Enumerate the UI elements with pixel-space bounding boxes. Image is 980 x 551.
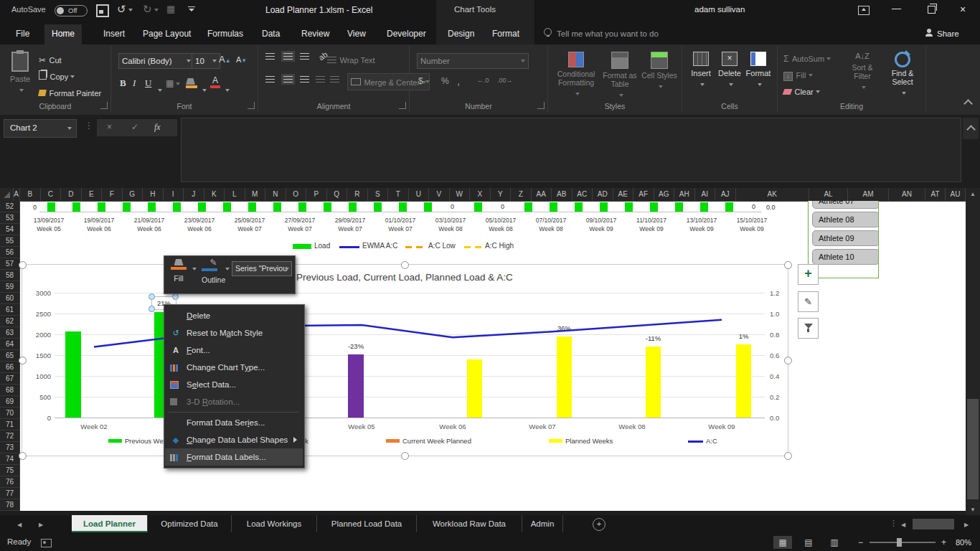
- row-header-68[interactable]: 68: [0, 385, 19, 396]
- format-as-table-button[interactable]: Format as Table: [600, 52, 640, 101]
- chart-selection-handle[interactable]: [401, 261, 409, 269]
- sheet-tab-workload-raw-data[interactable]: Workload Raw Data: [417, 515, 522, 532]
- label-selection-handle[interactable]: [172, 293, 179, 300]
- close-button[interactable]: ×: [960, 4, 966, 15]
- redo-icon[interactable]: ↻: [143, 3, 159, 16]
- column-header-S[interactable]: S: [368, 188, 389, 201]
- row-header-64[interactable]: 64: [0, 339, 19, 350]
- tab-formulas[interactable]: Formulas: [200, 24, 250, 44]
- align-center-icon[interactable]: [281, 74, 295, 85]
- column-header-AC[interactable]: AC: [573, 188, 593, 201]
- tab-insert[interactable]: Insert: [96, 24, 132, 44]
- column-header-AH[interactable]: AH: [674, 188, 695, 201]
- row-header-66[interactable]: 66: [0, 362, 19, 373]
- sheet-tab-load-planner[interactable]: Load Planner: [72, 515, 148, 532]
- label-selection-handle[interactable]: [149, 293, 155, 300]
- row-header-61[interactable]: 61: [0, 304, 19, 316]
- share-button[interactable]: Share: [937, 29, 959, 38]
- shrink-font-icon[interactable]: A▼: [236, 55, 247, 64]
- chart-selection-handle[interactable]: [19, 452, 27, 460]
- label-selection-handle[interactable]: [149, 306, 155, 312]
- underline-button[interactable]: U: [145, 77, 151, 89]
- row-header-53[interactable]: 53: [0, 212, 19, 224]
- tab-review[interactable]: Review: [294, 24, 336, 44]
- sheet-tab-admin[interactable]: Admin: [522, 515, 563, 532]
- row-header-62[interactable]: 62: [0, 316, 19, 327]
- column-header-J[interactable]: J: [184, 188, 204, 201]
- menu-item-font[interactable]: AFont...: [165, 342, 303, 359]
- restore-button[interactable]: [928, 6, 936, 14]
- vscroll-thumb[interactable]: [967, 399, 979, 499]
- row-header-54[interactable]: 54: [0, 224, 19, 235]
- column-header-Y[interactable]: Y: [491, 188, 512, 201]
- menu-item-change-data-label-shapes[interactable]: ◆Change Data Label Shapes: [165, 431, 303, 448]
- menu-item-reset-to-match-style[interactable]: ↺Reset to Match Style: [165, 324, 303, 342]
- column-header-W[interactable]: W: [450, 188, 471, 201]
- zoom-slider-thumb[interactable]: [897, 538, 902, 547]
- percent-style-icon[interactable]: %: [441, 76, 449, 86]
- column-header-C[interactable]: C: [41, 188, 62, 201]
- legend-label[interactable]: k: [305, 437, 308, 445]
- tab-design[interactable]: Design: [442, 24, 480, 44]
- column-header-AT[interactable]: AT: [925, 188, 946, 201]
- row-header-60[interactable]: 60: [0, 293, 19, 304]
- tab-data[interactable]: Data: [255, 24, 287, 44]
- ac-line-series[interactable]: [22, 265, 788, 456]
- column-header-AA[interactable]: AA: [532, 188, 552, 201]
- zoom-level[interactable]: 80%: [956, 538, 971, 547]
- data-label[interactable]: 1%: [739, 332, 749, 340]
- format-painter-button[interactable]: Format Painter: [39, 86, 101, 99]
- column-header-AF[interactable]: AF: [633, 188, 654, 201]
- cancel-icon[interactable]: ×: [107, 122, 112, 132]
- row-header-77[interactable]: 77: [0, 488, 19, 499]
- column-header-AE[interactable]: AE: [613, 188, 634, 201]
- fx-icon[interactable]: fx: [154, 122, 161, 133]
- font-dialog-launcher[interactable]: [248, 102, 255, 109]
- menu-item-select-data[interactable]: Select Data...: [165, 376, 303, 393]
- chart-selection-handle[interactable]: [784, 261, 792, 269]
- scroll-down-icon[interactable]: ▼: [966, 507, 980, 513]
- chart-selection-handle[interactable]: [401, 452, 409, 460]
- decrease-decimal-icon[interactable]: .00→: [497, 77, 513, 84]
- legend-label[interactable]: Planned Weeks: [565, 437, 613, 445]
- tab-page-layout[interactable]: Page Layout: [136, 24, 198, 44]
- top-align-icon[interactable]: [265, 53, 275, 60]
- row-header-52[interactable]: 52: [0, 201, 19, 212]
- font-size-select[interactable]: 10: [192, 53, 220, 69]
- row-header-69[interactable]: 69: [0, 396, 19, 408]
- ribbon-display-options-icon[interactable]: [858, 6, 870, 15]
- align-right-icon[interactable]: [300, 76, 309, 83]
- tab-file[interactable]: File: [9, 24, 37, 44]
- column-header-O[interactable]: O: [286, 188, 307, 201]
- row-header-76[interactable]: 76: [0, 476, 19, 488]
- collapse-ribbon-icon[interactable]: [963, 99, 973, 108]
- format-cells-button[interactable]: Format: [744, 52, 773, 90]
- delete-cells-button[interactable]: × Delete: [715, 52, 744, 90]
- menu-item-format-data-series[interactable]: Format Data Series...: [165, 414, 303, 431]
- legend-label[interactable]: Current Week Planned: [402, 437, 471, 445]
- column-header-AI[interactable]: AI: [695, 188, 716, 201]
- comma-style-icon[interactable]: ,: [457, 75, 460, 87]
- custom-qat-icon[interactable]: ▦: [166, 4, 175, 14]
- number-format-select[interactable]: Number: [417, 53, 529, 69]
- enter-icon[interactable]: ✓: [131, 122, 138, 132]
- select-all-button[interactable]: [0, 188, 14, 201]
- italic-button[interactable]: I: [133, 77, 136, 89]
- fill-color-button[interactable]: [186, 78, 197, 88]
- chart-filters-button[interactable]: [798, 318, 819, 339]
- row-header-71[interactable]: 71: [0, 419, 19, 430]
- clipboard-dialog-launcher[interactable]: [100, 102, 108, 109]
- row-header-67[interactable]: 67: [0, 373, 19, 385]
- column-header-H[interactable]: H: [143, 188, 164, 201]
- accounting-format-icon[interactable]: $: [418, 76, 430, 86]
- sort-filter-button[interactable]: A↓Z Sort & Filter: [844, 52, 881, 93]
- decrease-indent-icon[interactable]: [316, 76, 325, 83]
- row-header-63[interactable]: 63: [0, 327, 19, 339]
- column-header-N[interactable]: N: [265, 188, 286, 201]
- font-name-select[interactable]: Calibri (Body): [118, 53, 194, 69]
- column-header-P[interactable]: P: [306, 188, 327, 201]
- paste-button[interactable]: Paste: [6, 52, 34, 100]
- font-color-button[interactable]: A: [210, 76, 220, 88]
- column-header-AK[interactable]: AK: [736, 188, 810, 201]
- column-header-AU[interactable]: AU: [946, 188, 966, 201]
